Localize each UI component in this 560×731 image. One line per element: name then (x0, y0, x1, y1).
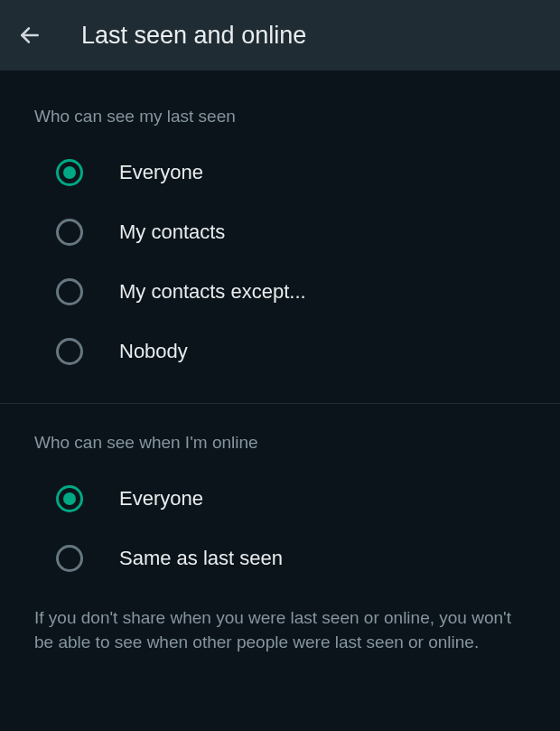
radio-label: Nobody (119, 340, 188, 363)
footer-disclaimer: If you don't share when you were last se… (0, 588, 560, 672)
radio-icon (56, 219, 83, 246)
page-title: Last seen and online (81, 22, 306, 50)
radio-label: Same as last seen (119, 547, 283, 570)
radio-label: Everyone (119, 161, 203, 184)
back-arrow-icon[interactable] (16, 22, 43, 49)
radio-label: Everyone (119, 487, 203, 511)
radio-option-everyone[interactable]: Everyone (0, 143, 560, 202)
last-seen-title: Who can see my last seen (0, 92, 560, 143)
radio-option-online-everyone[interactable]: Everyone (0, 469, 560, 529)
radio-option-nobody[interactable]: Nobody (0, 322, 560, 381)
radio-icon (56, 338, 83, 365)
app-header: Last seen and online (0, 0, 560, 70)
radio-option-my-contacts-except[interactable]: My contacts except... (0, 262, 560, 322)
radio-icon (56, 485, 83, 512)
radio-option-my-contacts[interactable]: My contacts (0, 202, 560, 262)
last-seen-section: Who can see my last seen Everyone My con… (0, 70, 560, 381)
radio-label: My contacts except... (119, 280, 306, 304)
radio-icon (56, 159, 83, 186)
online-title: Who can see when I'm online (0, 418, 560, 469)
online-section: Who can see when I'm online Everyone Sam… (0, 404, 560, 588)
radio-icon (56, 278, 83, 305)
radio-icon (56, 545, 83, 572)
radio-label: My contacts (119, 220, 225, 244)
radio-option-same-as-last-seen[interactable]: Same as last seen (0, 529, 560, 588)
